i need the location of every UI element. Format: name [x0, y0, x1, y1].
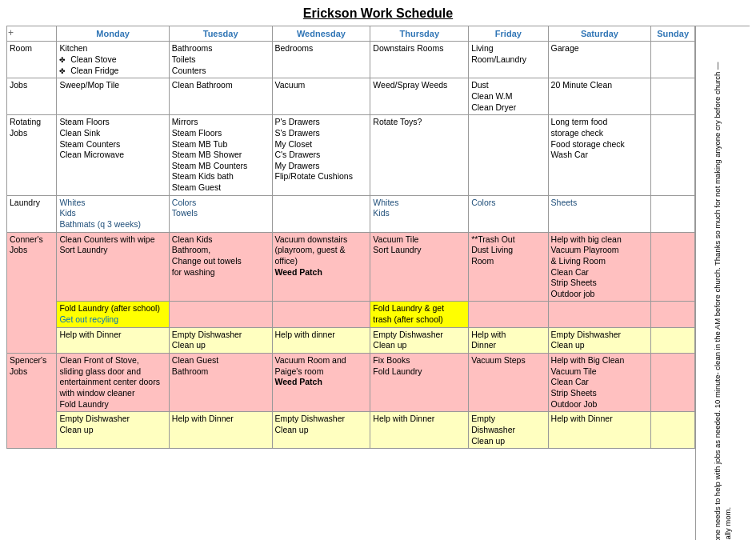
conner2-monday: Fold Laundry (after school)Get out recyl… — [57, 302, 169, 327]
laundry-friday: Colors — [469, 195, 548, 232]
page-title: Erickson Work Schedule — [6, 6, 750, 21]
header-tuesday: Tuesday — [169, 26, 272, 42]
spencer2-friday: EmptyDishwasherClean up — [469, 412, 548, 449]
spencer1-monday: Clean Front of Stove,sliding glass door … — [57, 354, 169, 412]
page-wrapper: Erickson Work Schedule + Monday — [0, 0, 756, 540]
conner-row2: Fold Laundry (after school)Get out recyl… — [7, 302, 695, 327]
label-room: Room — [7, 42, 57, 78]
laundry-thursday: WhitesKids — [370, 195, 469, 232]
jobs-monday: Sweep/Mop Tile — [57, 78, 169, 115]
layout-row: Monday Tuesday Wednesday Thursday Friday… — [6, 26, 750, 540]
laundry-row: Laundry WhitesKidsBathmats (q 3 weeks) C… — [7, 195, 695, 232]
spencer2-saturday: Help with Dinner — [548, 412, 651, 449]
header-wednesday: Wednesday — [272, 26, 370, 42]
laundry-sunday — [651, 195, 695, 232]
jobs-thursday: Weed/Spray Weeds — [370, 78, 469, 115]
rotating-saturday: Long term foodstorage checkFood storage … — [548, 115, 651, 195]
rotating-wednesday: P's DrawersS's DrawersMy ClosetC's Drawe… — [272, 115, 370, 195]
jobs-friday: DustClean W.MClean Dryer — [469, 78, 548, 115]
rotating-jobs-row: RotatingJobs Steam FloorsClean SinkSteam… — [7, 115, 695, 195]
side-note: Everyone needs to help with jobs as need… — [695, 26, 750, 540]
header-row: Monday Tuesday Wednesday Thursday Friday… — [7, 26, 695, 42]
room-tuesday: BathroomsToiletsCounters — [169, 42, 272, 78]
header-saturday: Saturday — [548, 26, 651, 42]
spencer2-monday: Empty DishwasherClean up — [57, 412, 169, 449]
laundry-saturday: Sheets — [548, 195, 651, 232]
conner3-sunday — [651, 327, 695, 353]
plus-icon[interactable]: + — [8, 27, 14, 38]
room-monday: Kitchen✤ Clean Stove✤ Clean Fridge — [57, 42, 169, 78]
spencer-row1: Spencer'sJobs Clean Front of Stove,slidi… — [7, 354, 695, 412]
conner1-friday: **Trash OutDust LivingRoom — [469, 232, 548, 302]
rotating-friday — [469, 115, 548, 195]
conner1-tuesday: Clean KidsBathroom,Change out towelsfor … — [169, 232, 272, 302]
room-friday: LivingRoom/Laundry — [469, 42, 548, 78]
conner3-monday: Help with Dinner — [57, 327, 169, 353]
header-friday: Friday — [469, 26, 548, 42]
conner1-saturday: Help with big cleanVacuum Playroom& Livi… — [548, 232, 651, 302]
jobs-saturday: 20 Minute Clean — [548, 78, 651, 115]
spencer1-friday: Vacuum Steps — [469, 354, 548, 412]
spencer2-sunday — [651, 412, 695, 449]
laundry-monday: WhitesKidsBathmats (q 3 weeks) — [57, 195, 169, 232]
room-row: Room Kitchen✤ Clean Stove✤ Clean Fridge … — [7, 42, 695, 78]
conner1-wednesday: Vacuum downstairs(playroom, guest &offic… — [272, 232, 370, 302]
spencer1-tuesday: Clean GuestBathroom — [169, 354, 272, 412]
rotating-tuesday: MirrorsSteam FloorsSteam MB TubSteam MB … — [169, 115, 272, 195]
conner3-saturday: Empty DishwasherClean up — [548, 327, 651, 353]
spencer2-wednesday: Empty DishwasherClean up — [272, 412, 370, 449]
room-saturday: Garage — [548, 42, 651, 78]
conner3-thursday: Empty DishwasherClean up — [370, 327, 469, 353]
label-jobs: Jobs — [7, 78, 57, 115]
jobs-sunday — [651, 78, 695, 115]
label-conner: Conner'sJobs — [7, 232, 57, 353]
conner1-monday: Clean Counters with wipeSort Laundry — [57, 232, 169, 302]
conner2-sunday — [651, 302, 695, 327]
rotating-monday: Steam FloorsClean SinkSteam CountersClea… — [57, 115, 169, 195]
jobs-wednesday: Vacuum — [272, 78, 370, 115]
room-wednesday: Bedrooms — [272, 42, 370, 78]
conner-row1: Conner'sJobs Clean Counters with wipeSor… — [7, 232, 695, 302]
conner2-saturday — [548, 302, 651, 327]
conner2-tuesday — [169, 302, 272, 327]
conner2-thursday: Fold Laundry & gettrash (after school) — [370, 302, 469, 327]
conner3-friday: Help withDinner — [469, 327, 548, 353]
header-sunday: Sunday — [651, 26, 695, 42]
label-laundry: Laundry — [7, 195, 57, 232]
label-rotating: RotatingJobs — [7, 115, 57, 195]
label-spencer: Spencer'sJobs — [7, 354, 57, 449]
header-thursday: Thursday — [370, 26, 469, 42]
room-thursday: Downstairs Rooms — [370, 42, 469, 78]
header-monday: Monday — [57, 26, 169, 42]
conner3-wednesday: Help with dinner — [272, 327, 370, 353]
jobs-row: Jobs Sweep/Mop Tile Clean Bathroom Vacuu… — [7, 78, 695, 115]
laundry-tuesday: ColorsTowels — [169, 195, 272, 232]
jobs-tuesday: Clean Bathroom — [169, 78, 272, 115]
rotating-thursday: Rotate Toys? — [370, 115, 469, 195]
main-table: Monday Tuesday Wednesday Thursday Friday… — [6, 26, 695, 540]
spencer1-wednesday: Vacuum Room andPaige's roomWeed Patch — [272, 354, 370, 412]
conner2-wednesday — [272, 302, 370, 327]
conner2-friday — [469, 302, 548, 327]
conner3-tuesday: Empty DishwasherClean up — [169, 327, 272, 353]
schedule-table: Monday Tuesday Wednesday Thursday Friday… — [6, 26, 695, 449]
header-empty — [7, 26, 57, 42]
spencer1-saturday: Help with Big CleanVacuum TileClean CarS… — [548, 354, 651, 412]
conner1-thursday: Vacuum TileSort Laundry — [370, 232, 469, 302]
spencer2-tuesday: Help with Dinner — [169, 412, 272, 449]
conner-row3: Help with Dinner Empty DishwasherClean u… — [7, 327, 695, 353]
spencer-row2: Empty DishwasherClean up Help with Dinne… — [7, 412, 695, 449]
rotating-sunday — [651, 115, 695, 195]
spencer1-sunday — [651, 354, 695, 412]
conner1-sunday — [651, 232, 695, 302]
laundry-wednesday — [272, 195, 370, 232]
spencer2-thursday: Help with Dinner — [370, 412, 469, 449]
spencer1-thursday: Fix BooksFold Laundry — [370, 354, 469, 412]
room-sunday — [651, 42, 695, 78]
